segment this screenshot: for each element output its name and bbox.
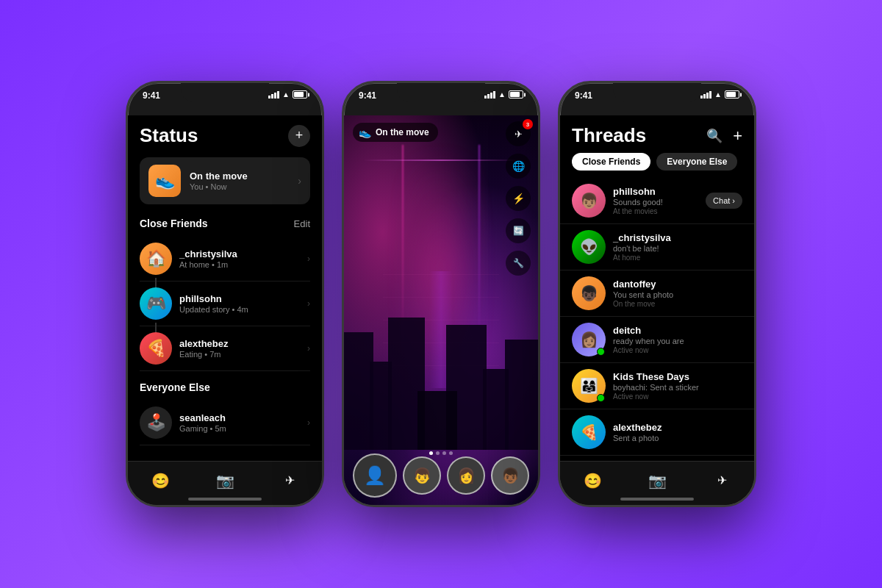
threads-content: Threads 🔍 + Close Friends Everyone Else … bbox=[560, 115, 754, 461]
viewer-4[interactable]: 👦🏾 bbox=[491, 456, 529, 495]
building-5 bbox=[483, 369, 509, 450]
my-status-icon: 👟 bbox=[155, 171, 175, 190]
thread-name-alexthebez: alexthebez bbox=[613, 422, 742, 433]
thread-avatar-deitch: 👩🏽 bbox=[572, 323, 606, 356]
thread-icon-kids: 👨‍👩‍👧 bbox=[580, 377, 598, 395]
viewer-1[interactable]: 👤 bbox=[353, 453, 397, 498]
location-button[interactable]: 🌐 bbox=[506, 154, 531, 179]
phone-threads: 9:41 ▲ Threads 🔍 + Close Friends Everyon… bbox=[558, 81, 756, 507]
time-2: 9:41 bbox=[359, 90, 376, 101]
location-icon: 🌐 bbox=[512, 160, 525, 172]
thread-info-phillsohn: phillsohn Sounds good! At the movies bbox=[613, 186, 698, 215]
home-indicator-1 bbox=[188, 498, 262, 501]
my-status-chevron: › bbox=[298, 175, 301, 187]
search-icon[interactable]: 🔍 bbox=[706, 128, 723, 144]
thread-name-christysilva: _christysilva bbox=[613, 232, 742, 243]
my-status-name: On the move bbox=[190, 171, 289, 182]
online-indicator-kids bbox=[597, 394, 605, 402]
signal-icon-3 bbox=[700, 91, 711, 98]
tab-send-3[interactable]: ✈ bbox=[712, 471, 731, 490]
friend-avatar-2: 🎮 bbox=[140, 287, 172, 320]
thread-info-deitch: deitch ready when you are Active now bbox=[613, 325, 742, 354]
viewer-3[interactable]: 👩 bbox=[447, 456, 485, 495]
friend-status-1: At home • 1m bbox=[179, 260, 300, 269]
thread-msg-phillsohn: Sounds good! bbox=[613, 198, 698, 207]
tab-camera-3[interactable]: 📷 bbox=[648, 471, 667, 490]
friend-name-4: seanleach bbox=[179, 412, 300, 423]
friend-name-2: phillsohn bbox=[179, 293, 300, 304]
friend-item-phillsohn[interactable]: 🎮 phillsohn Updated story • 4m › bbox=[140, 282, 310, 326]
thread-kids-these-days[interactable]: 👨‍👩‍👧 Kids These Days boyhachi: Sent a s… bbox=[560, 363, 754, 409]
status-screen: Status + 👟 On the move You • Now › Close… bbox=[128, 115, 322, 505]
thread-phillsohn[interactable]: 👦🏽 phillsohn Sounds good! At the movies … bbox=[560, 178, 754, 224]
story-pill[interactable]: 👟 On the move bbox=[353, 123, 438, 142]
chat-button-phillsohn[interactable]: Chat › bbox=[706, 193, 742, 209]
friend-chevron-1: › bbox=[307, 254, 310, 264]
tab-send-1[interactable]: ✈ bbox=[280, 471, 299, 490]
send-badge: 3 bbox=[523, 119, 533, 129]
story-actions: ✈ 3 🌐 ⚡ 🔄 🔧 bbox=[506, 121, 531, 276]
thread-msg-dantoffey: You sent a photo bbox=[613, 290, 742, 299]
compose-icon[interactable]: + bbox=[733, 126, 742, 146]
viewer-2[interactable]: 👦 bbox=[403, 456, 441, 495]
friend-status-2: Updated story • 4m bbox=[179, 305, 300, 314]
edit-button[interactable]: Edit bbox=[294, 218, 310, 229]
phone-story: 9:41 ▲ bbox=[342, 81, 540, 507]
my-status-card[interactable]: 👟 On the move You • Now › bbox=[140, 157, 310, 204]
signal-icon bbox=[268, 91, 279, 98]
neon-horizontal bbox=[363, 159, 518, 161]
home-indicator-3 bbox=[620, 498, 694, 501]
send-button[interactable]: ✈ 3 bbox=[506, 121, 531, 146]
tab-everyone-else[interactable]: Everyone Else bbox=[656, 153, 737, 171]
status-icons-1: ▲ bbox=[268, 90, 307, 98]
threads-header: Threads 🔍 + bbox=[560, 115, 754, 153]
friend-info-2: phillsohn Updated story • 4m bbox=[179, 293, 300, 314]
friend-chevron-3: › bbox=[307, 343, 310, 354]
thread-msg-christysilva: don't be late! bbox=[613, 244, 742, 253]
close-friends-header: Close Friends Edit bbox=[140, 218, 310, 229]
thread-icon-deitch: 👩🏽 bbox=[580, 331, 598, 348]
friend-item-christysilva[interactable]: 🏠 _christysilva At home • 1m › bbox=[140, 237, 310, 282]
thread-christysilva[interactable]: 👽 _christysilva don't be late! At home bbox=[560, 224, 754, 270]
refresh-button[interactable]: 🔄 bbox=[506, 218, 531, 243]
friend-info-4: seanleach Gaming • 5m bbox=[179, 412, 300, 433]
thread-avatar-alexthebez: 🍕 bbox=[572, 415, 606, 449]
thread-info-kids: Kids These Days boyhachi: Sent a sticker… bbox=[613, 371, 742, 401]
my-status-avatar: 👟 bbox=[148, 165, 181, 197]
threads-title: Threads bbox=[572, 124, 646, 147]
tab-emoji-1[interactable]: 😊 bbox=[151, 471, 170, 490]
friend-name-1: _christysilva bbox=[179, 248, 300, 259]
tab-camera-1[interactable]: 📷 bbox=[215, 471, 234, 490]
thread-avatar-kids: 👨‍👩‍👧 bbox=[572, 369, 606, 403]
thread-deitch[interactable]: 👩🏽 deitch ready when you are Active now bbox=[560, 317, 754, 363]
thread-dantoffey[interactable]: 👦🏿 dantoffey You sent a photo On the mov… bbox=[560, 270, 754, 317]
building-1 bbox=[344, 332, 373, 450]
online-indicator-deitch bbox=[597, 348, 605, 356]
friend-status-4: Gaming • 5m bbox=[179, 424, 300, 433]
status-icons-2: ▲ bbox=[484, 90, 523, 98]
friend-chevron-4: › bbox=[307, 417, 310, 428]
my-status-info: On the move You • Now bbox=[190, 171, 289, 191]
friend-item-alexthebez[interactable]: 🍕 alexthebez Eating • 7m › bbox=[140, 326, 310, 371]
send-icon: ✈ bbox=[514, 129, 523, 140]
thread-icon-phillsohn: 👦🏽 bbox=[580, 192, 598, 209]
wrench-button[interactable]: 🔧 bbox=[506, 251, 531, 276]
lightning-button[interactable]: ⚡ bbox=[506, 186, 531, 211]
thread-loc-dantoffey: On the move bbox=[613, 300, 742, 308]
friend-item-seanleach[interactable]: 🕹️ seanleach Gaming • 5m › bbox=[140, 401, 310, 445]
thread-info-alexthebez: alexthebez Sent a photo bbox=[613, 422, 742, 442]
chat-label: Chat bbox=[713, 196, 730, 205]
tab-emoji-3[interactable]: 😊 bbox=[583, 471, 602, 490]
thread-alexthebez[interactable]: 🍕 alexthebez Sent a photo bbox=[560, 409, 754, 456]
add-status-button[interactable]: + bbox=[288, 125, 310, 147]
thread-loc-christysilva: At home bbox=[613, 254, 742, 262]
friend-avatar-3: 🍕 bbox=[140, 332, 172, 365]
thread-info-christysilva: _christysilva don't be late! At home bbox=[613, 232, 742, 262]
story-screen: 👟 On the move ✈ 3 🌐 ⚡ 🔄 🔧 bbox=[344, 115, 538, 505]
tab-close-friends[interactable]: Close Friends bbox=[572, 153, 650, 171]
thread-info-dantoffey: dantoffey You sent a photo On the move bbox=[613, 279, 742, 308]
close-friends-label: Close Friends bbox=[140, 218, 208, 229]
friend-avatar-4: 🕹️ bbox=[140, 406, 172, 439]
thread-name-kids: Kids These Days bbox=[613, 371, 742, 382]
thread-loc-kids: Active now bbox=[613, 392, 742, 401]
